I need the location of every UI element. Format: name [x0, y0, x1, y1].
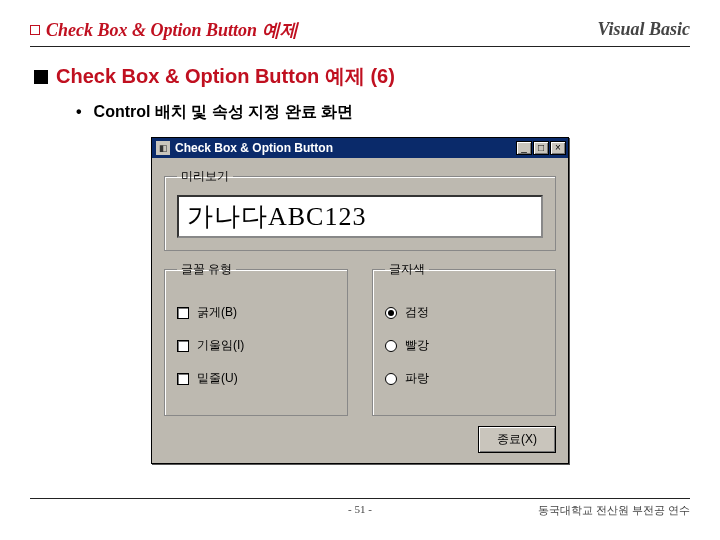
checkbox-icon	[177, 307, 189, 319]
page-number: - 51 -	[348, 503, 372, 515]
section-bullet: Control 배치 및 속성 지정 완료 화면	[76, 102, 690, 123]
preview-group: 미리보기 가나다ABC123	[164, 168, 556, 251]
app-icon: ◧	[156, 141, 170, 155]
footer: - 51 - 동국대학교 전산원 부전공 연수	[0, 498, 720, 518]
exit-button[interactable]: 종료(X)	[478, 426, 556, 453]
checkbox-icon	[177, 373, 189, 385]
maximize-button[interactable]: □	[533, 141, 549, 155]
window-title: Check Box & Option Button	[175, 141, 516, 155]
bullet-square-icon	[30, 25, 40, 35]
radio-label: 빨강	[405, 337, 429, 354]
radio-row-black[interactable]: 검정	[385, 304, 543, 321]
section-title-row: Check Box & Option Button 예제 (6)	[34, 63, 690, 90]
radio-label: 검정	[405, 304, 429, 321]
font-color-legend: 글자색	[385, 261, 429, 278]
footer-divider	[30, 498, 690, 499]
header-divider	[30, 46, 690, 47]
font-type-legend: 글꼴 유형	[177, 261, 236, 278]
minimize-button[interactable]: _	[516, 141, 532, 155]
font-color-group: 글자색 검정 빨강 파랑	[372, 261, 556, 416]
filled-square-icon	[34, 70, 48, 84]
checkbox-row-bold[interactable]: 굵게(B)	[177, 304, 335, 321]
checkbox-label: 기울임(I)	[197, 337, 244, 354]
checkbox-icon	[177, 340, 189, 352]
slide-header-left: Check Box & Option Button 예제	[30, 18, 298, 42]
checkbox-row-italic[interactable]: 기울임(I)	[177, 337, 335, 354]
close-button[interactable]: ×	[550, 141, 566, 155]
radio-label: 파랑	[405, 370, 429, 387]
vb-window: ◧ Check Box & Option Button _ □ × 미리보기 가…	[151, 137, 569, 464]
radio-row-red[interactable]: 빨강	[385, 337, 543, 354]
preview-text: 가나다ABC123	[177, 195, 543, 238]
radio-icon	[385, 373, 397, 385]
brand-label: Visual Basic	[597, 19, 690, 40]
font-type-group: 글꼴 유형 굵게(B) 기울임(I) 밑줄(U)	[164, 261, 348, 416]
checkbox-row-underline[interactable]: 밑줄(U)	[177, 370, 335, 387]
breadcrumb: Check Box & Option Button 예제	[46, 18, 298, 42]
checkbox-label: 밑줄(U)	[197, 370, 238, 387]
radio-icon	[385, 307, 397, 319]
radio-icon	[385, 340, 397, 352]
titlebar: ◧ Check Box & Option Button _ □ ×	[152, 138, 568, 158]
radio-row-blue[interactable]: 파랑	[385, 370, 543, 387]
org-label: 동국대학교 전산원 부전공 연수	[538, 503, 690, 518]
checkbox-label: 굵게(B)	[197, 304, 237, 321]
preview-legend: 미리보기	[177, 168, 233, 185]
section-title: Check Box & Option Button 예제 (6)	[56, 63, 395, 90]
